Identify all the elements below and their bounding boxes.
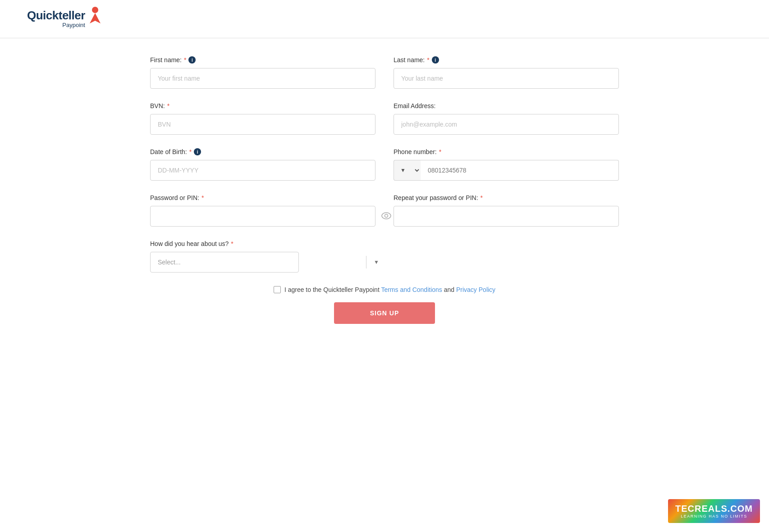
dob-label: Date of Birth: * i — [150, 148, 375, 155]
password-input[interactable] — [150, 206, 375, 227]
hear-about-row: How did you hear about us? * Select... ▼ — [150, 240, 384, 273]
hear-about-required: * — [231, 240, 233, 247]
last-name-input[interactable] — [394, 68, 619, 89]
last-name-info-icon[interactable]: i — [432, 56, 439, 64]
phone-required: * — [439, 148, 441, 155]
bvn-email-row: BVN: * Email Address: — [150, 102, 619, 135]
terms-label: I agree to the Quickteller Paypoint Term… — [284, 286, 495, 293]
repeat-password-required: * — [481, 194, 483, 201]
first-name-required: * — [184, 56, 186, 64]
watermark: TECREALS.COM LEARNING HAS NO LIMITS — [668, 499, 760, 523]
repeat-password-input[interactable] — [394, 206, 619, 227]
chevron-down-icon: ▼ — [374, 259, 379, 265]
last-name-label: Last name: * i — [394, 56, 619, 64]
phone-country-select[interactable]: ▼ — [394, 160, 421, 181]
bvn-input[interactable] — [150, 114, 375, 135]
email-group: Email Address: — [394, 102, 619, 135]
password-required: * — [201, 194, 204, 201]
email-label: Email Address: — [394, 102, 619, 109]
first-name-input[interactable] — [150, 68, 375, 89]
last-name-required: * — [427, 56, 429, 64]
first-name-group: First name: * i — [150, 56, 375, 89]
header: Quickteller Paypoint — [0, 0, 769, 38]
watermark-text: TECREALS.COM — [675, 504, 753, 514]
repeat-password-label: Repeat your password or PIN: * — [394, 194, 619, 201]
form-container: First name: * i Last name: * i BVN: * — [114, 38, 655, 351]
name-row: First name: * i Last name: * i — [150, 56, 619, 89]
phone-label: Phone number: * — [394, 148, 619, 155]
email-input[interactable] — [394, 114, 619, 135]
bvn-label: BVN: * — [150, 102, 375, 109]
phone-input[interactable] — [421, 160, 619, 181]
privacy-link[interactable]: Privacy Policy — [456, 286, 495, 293]
last-name-group: Last name: * i — [394, 56, 619, 89]
hear-about-select[interactable]: Select... — [150, 252, 299, 273]
dob-phone-row: Date of Birth: * i Phone number: * ▼ — [150, 148, 619, 181]
watermark-tagline: LEARNING HAS NO LIMITS — [675, 514, 753, 518]
hear-about-label: How did you hear about us? * — [150, 240, 384, 247]
dob-input[interactable] — [150, 160, 375, 181]
phone-input-group: ▼ — [394, 160, 619, 181]
password-label: Password or PIN: * — [150, 194, 375, 201]
logo-paypoint: Paypoint — [27, 22, 85, 28]
hear-about-group: How did you hear about us? * Select... ▼ — [150, 240, 384, 273]
eye-icon[interactable] — [381, 211, 391, 222]
first-name-info-icon[interactable]: i — [188, 56, 196, 64]
password-row: Password or PIN: * Repeat your password … — [150, 194, 619, 227]
svg-point-1 — [382, 213, 391, 219]
password-group: Password or PIN: * — [150, 194, 375, 227]
logo-text: Quickteller Paypoint — [27, 9, 85, 28]
select-wrapper: Select... ▼ — [150, 252, 384, 273]
dob-group: Date of Birth: * i — [150, 148, 375, 181]
repeat-password-group: Repeat your password or PIN: * — [394, 194, 619, 227]
first-name-label: First name: * i — [150, 56, 375, 64]
password-wrapper — [150, 206, 375, 227]
logo-icon — [87, 6, 103, 30]
logo: Quickteller Paypoint — [27, 8, 103, 30]
logo-quickteller: Quickteller — [27, 9, 85, 21]
svg-point-0 — [92, 7, 98, 13]
terms-link[interactable]: Terms and Conditions — [381, 286, 442, 293]
phone-group: Phone number: * ▼ — [394, 148, 619, 181]
select-divider — [366, 256, 366, 268]
bvn-group: BVN: * — [150, 102, 375, 135]
terms-checkbox[interactable] — [274, 286, 281, 293]
svg-point-2 — [385, 214, 388, 217]
signup-button[interactable]: SIGN UP — [334, 302, 435, 324]
dob-required: * — [189, 148, 192, 155]
dob-info-icon[interactable]: i — [194, 148, 201, 155]
terms-row: I agree to the Quickteller Paypoint Term… — [150, 286, 619, 293]
bvn-required: * — [167, 102, 169, 109]
